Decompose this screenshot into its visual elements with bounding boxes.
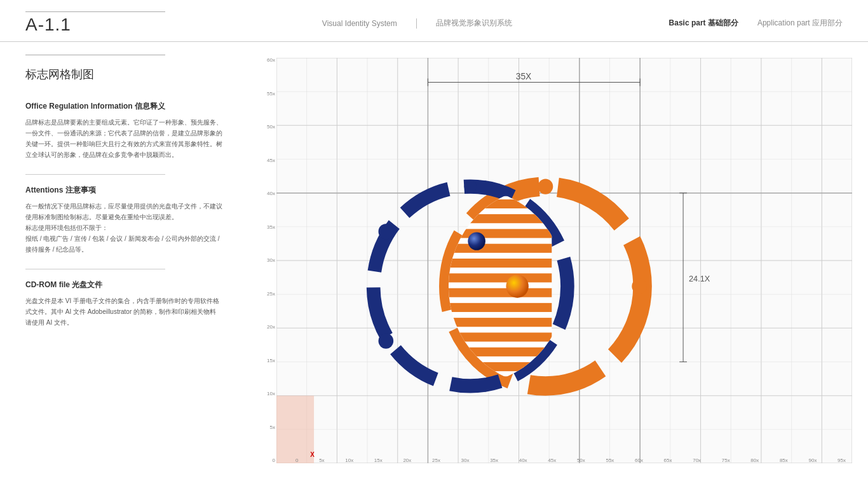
info-text-1: 品牌标志是品牌要素的主要组成元素。它印证了一种形象、预先服务、一份文件、一份通讯… bbox=[25, 117, 222, 160]
y-label-5: 5x bbox=[257, 425, 275, 430]
y-label-50: 50x bbox=[257, 125, 275, 130]
x-label-95: 95x bbox=[837, 458, 846, 463]
x-label-5: 5x bbox=[319, 458, 324, 463]
svg-rect-60 bbox=[439, 273, 552, 282]
x-label-70: 70x bbox=[693, 458, 701, 463]
info-title-3: CD-ROM file 光盘文件 bbox=[25, 280, 222, 290]
y-label-40: 40x bbox=[257, 191, 275, 196]
info-text-2b: 标志使用环境包括但不限于： bbox=[25, 222, 222, 233]
svg-text:24.1X: 24.1X bbox=[689, 274, 710, 283]
y-label-55: 55x bbox=[257, 92, 275, 97]
section-top-line bbox=[25, 55, 165, 55]
x-label-35: 35x bbox=[490, 458, 498, 463]
info-text-2a: 在一般情况下使用品牌标志，应尽量使用提供的光盘电子文件，不建议使用标准制图绘制标… bbox=[25, 201, 222, 222]
basic-part-label: Basic part 基础部分 bbox=[669, 18, 738, 29]
x-label-80: 80x bbox=[750, 458, 759, 463]
info-title-1: Office Regulation Information 信息释义 bbox=[25, 101, 222, 112]
y-label-35: 35x bbox=[257, 225, 275, 230]
page-number: A-1.1 bbox=[25, 15, 165, 35]
y-label-15: 15x bbox=[257, 358, 275, 363]
info-title-2: Attentions 注意事项 bbox=[25, 185, 222, 196]
x-label-40: 40x bbox=[519, 458, 527, 463]
svg-point-67 bbox=[379, 224, 394, 239]
section-line-1 bbox=[25, 174, 165, 175]
header-divider bbox=[416, 18, 417, 29]
chart-area: 0 5x 10x 15x 20x 25x 30x 35x 40x 45x 50x… bbox=[257, 51, 858, 482]
section-title: 标志网格制图 bbox=[25, 67, 222, 82]
y-label-20: 20x bbox=[257, 325, 275, 330]
y-label-30: 30x bbox=[257, 258, 275, 263]
x-label-65: 65x bbox=[664, 458, 672, 463]
svg-text:35X: 35X bbox=[516, 71, 532, 81]
right-panel: 0 5x 10x 15x 20x 25x 30x 35x 40x 45x 50x… bbox=[248, 42, 868, 488]
x-label-50: 50x bbox=[577, 458, 585, 463]
x-label-55: 55x bbox=[606, 458, 614, 463]
y-axis-labels: 0 5x 10x 15x 20x 25x 30x 35x 40x 45x 50x… bbox=[257, 58, 275, 463]
left-panel: 标志网格制图 Office Regulation Information 信息释… bbox=[0, 42, 248, 488]
svg-rect-59 bbox=[439, 259, 552, 268]
x-label-45: 45x bbox=[548, 458, 556, 463]
svg-rect-62 bbox=[439, 303, 552, 312]
x-label-60: 60x bbox=[635, 458, 643, 463]
svg-point-73 bbox=[506, 274, 528, 297]
svg-point-74 bbox=[468, 232, 485, 250]
header-center: Visual Identity System 品牌视觉形象识别系统 bbox=[322, 18, 512, 29]
y-label-10: 10x bbox=[257, 391, 275, 396]
y-label-60: 60x bbox=[257, 58, 275, 63]
x-label-85: 85x bbox=[780, 458, 788, 463]
header-left: A-1.1 bbox=[25, 11, 165, 35]
chart-inner: X 35X bbox=[276, 58, 852, 463]
section-line-2 bbox=[25, 269, 165, 269]
vi-chinese-label: 品牌视觉形象识别系统 bbox=[436, 18, 512, 29]
x-label-20: 20x bbox=[403, 458, 411, 463]
header-top-line bbox=[25, 11, 165, 12]
x-label-10: 10x bbox=[345, 458, 353, 463]
info-text-2c: 报纸 / 电视广告 / 宣传 / 包装 / 会议 / 新闻发布会 / 公司内外部… bbox=[25, 233, 222, 255]
svg-rect-61 bbox=[439, 288, 552, 297]
info-section-3: CD-ROM file 光盘文件 光盘文件是本 VI 手册电子文件的集合，内含手… bbox=[25, 280, 222, 328]
y-label-0: 0 bbox=[257, 458, 275, 463]
svg-point-72 bbox=[632, 278, 647, 294]
x-label-0: 0 bbox=[295, 458, 298, 463]
x-label-90: 90x bbox=[809, 458, 817, 463]
header: A-1.1 Visual Identity System 品牌视觉形象识别系统 … bbox=[0, 0, 868, 42]
svg-point-69 bbox=[464, 180, 477, 193]
main-content: 标志网格制图 Office Regulation Information 信息释… bbox=[0, 42, 868, 488]
app-part-label: Application part 应用部分 bbox=[757, 18, 843, 29]
info-text-3: 光盘文件是本 VI 手册电子文件的集合，内含手册制作时的专用软件格式文件。其中 … bbox=[25, 295, 222, 328]
x-label-15: 15x bbox=[374, 458, 383, 463]
chart-svg: X 35X bbox=[276, 58, 852, 463]
x-label-30: 30x bbox=[461, 458, 470, 463]
y-label-45: 45x bbox=[257, 158, 275, 163]
x-label-25: 25x bbox=[432, 458, 440, 463]
vi-system-label: Visual Identity System bbox=[322, 19, 397, 28]
x-axis-labels: 0 5x 10x 15x 20x 25x 30x 35x 40x 45x 50x… bbox=[295, 445, 846, 463]
info-section-1: Office Regulation Information 信息释义 品牌标志是… bbox=[25, 101, 222, 160]
info-section-2: Attentions 注意事项 在一般情况下使用品牌标志，应尽量使用提供的光盘电… bbox=[25, 185, 222, 255]
header-right: Basic part 基础部分 Application part 应用部分 bbox=[669, 18, 843, 29]
svg-point-68 bbox=[379, 333, 394, 348]
x-label-75: 75x bbox=[722, 458, 730, 463]
y-label-25: 25x bbox=[257, 292, 275, 297]
svg-point-71 bbox=[538, 179, 553, 194]
